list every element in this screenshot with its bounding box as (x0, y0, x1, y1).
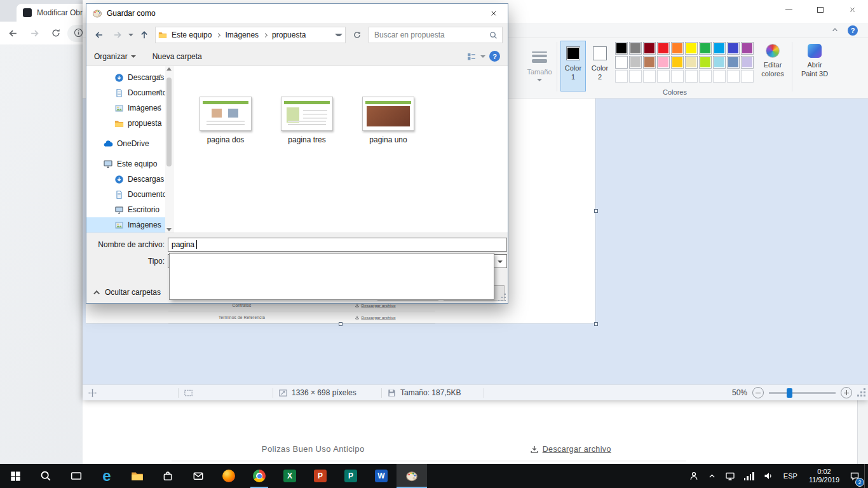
palette-swatch[interactable] (727, 56, 740, 69)
taskbar-search-button[interactable] (31, 464, 61, 488)
file-item[interactable]: pagina dos (196, 97, 255, 144)
palette-swatch[interactable] (615, 70, 628, 83)
start-button[interactable] (0, 464, 31, 488)
sidebar-item-imagenes-2[interactable]: Imágenes (86, 217, 173, 233)
clock[interactable]: 0:02 11/9/2019 (803, 464, 845, 488)
palette-swatch[interactable] (685, 42, 698, 55)
scrollbar-thumb[interactable] (166, 78, 172, 166)
palette-swatch[interactable] (643, 70, 656, 83)
palette-swatch[interactable] (699, 56, 712, 69)
palette-swatch[interactable] (699, 42, 712, 55)
palette-swatch[interactable] (685, 56, 698, 69)
close-button[interactable] (836, 0, 868, 19)
zoom-out-button[interactable] (752, 387, 764, 398)
sidebar-item-escritorio[interactable]: Escritorio (86, 202, 173, 217)
dialog-resize-grip[interactable] (499, 294, 506, 302)
zoom-slider-thumb[interactable] (787, 388, 792, 398)
sidebar-item-propuesta[interactable]: propuesta (86, 116, 173, 131)
filename-input[interactable]: pagina (168, 238, 507, 252)
zoom-in-button[interactable] (841, 387, 852, 398)
organize-button[interactable]: Organizar (94, 52, 136, 61)
help-icon[interactable]: ? (489, 51, 500, 62)
open-paint3d-button[interactable]: AbrirPaint 3D (797, 41, 832, 91)
paint-help-icon[interactable]: ? (848, 25, 858, 36)
language-indicator[interactable]: ESP (778, 464, 803, 488)
palette-swatch[interactable] (643, 56, 656, 69)
maximize-button[interactable] (804, 0, 836, 19)
sidebar-item-descargas[interactable]: Descargas (86, 70, 173, 85)
edit-colors-button[interactable]: Editarcolores (757, 41, 788, 91)
new-folder-button[interactable]: Nueva carpeta (153, 52, 202, 61)
file-item[interactable]: pagina uno (359, 97, 417, 144)
action-center-button[interactable]: 2 (845, 464, 864, 488)
canvas-resize-handle[interactable] (594, 322, 598, 326)
taskbar-powerpoint[interactable]: P (305, 464, 336, 488)
network-button[interactable] (721, 464, 740, 488)
taskbar-paint[interactable] (397, 464, 427, 488)
canvas-resize-handle[interactable] (594, 209, 598, 213)
palette-swatch[interactable] (741, 42, 754, 55)
sidebar-item-imagenes[interactable]: Imágenes (86, 100, 173, 116)
file-type-dropdown-list[interactable] (169, 253, 494, 300)
window-resize-grip[interactable] (857, 388, 866, 397)
breadcrumb-item[interactable]: Imágenes (220, 30, 263, 39)
page-info-icon[interactable] (74, 28, 83, 39)
hide-folders-button[interactable]: Ocultar carpetas (95, 288, 161, 297)
palette-swatch[interactable] (657, 70, 670, 83)
recent-locations-icon[interactable] (128, 34, 133, 36)
taskbar-file-explorer[interactable] (122, 464, 153, 488)
views-icon[interactable] (466, 51, 477, 62)
scroll-up-icon[interactable] (166, 67, 172, 71)
breadcrumb-item[interactable]: Este equipo (167, 30, 216, 39)
sidebar-item-onedrive[interactable]: OneDrive (86, 136, 173, 151)
forward-icon[interactable] (110, 27, 125, 43)
taskbar-word[interactable]: W (366, 464, 397, 488)
sidebar-item-documentos[interactable]: Documentos (86, 85, 173, 100)
search-input[interactable]: Buscar en propuesta (369, 27, 503, 43)
up-icon[interactable] (137, 27, 152, 43)
palette-swatch[interactable] (615, 42, 628, 55)
palette-swatch[interactable] (629, 70, 642, 83)
zoom-slider[interactable] (769, 392, 836, 394)
address-dropdown-icon[interactable] (335, 34, 342, 36)
scroll-down-icon[interactable] (166, 228, 172, 231)
back-icon[interactable] (6, 27, 19, 39)
reload-icon[interactable] (50, 27, 62, 39)
back-icon[interactable] (92, 27, 107, 43)
palette-swatch[interactable] (615, 56, 628, 69)
sidebar-item-este-equipo[interactable]: Este equipo (86, 156, 173, 172)
show-desktop-button[interactable] (864, 464, 868, 488)
palette-swatch[interactable] (741, 70, 754, 83)
sidebar-item-descargas-2[interactable]: Descargas (86, 172, 173, 187)
palette-swatch[interactable] (657, 42, 670, 55)
sidebar-scrollbar[interactable] (165, 66, 173, 233)
forward-icon[interactable] (28, 27, 41, 39)
palette-swatch[interactable] (727, 70, 740, 83)
refresh-button[interactable] (349, 27, 365, 43)
palette-swatch[interactable] (671, 56, 684, 69)
collapse-ribbon-icon[interactable] (831, 26, 839, 36)
hidden-icons-button[interactable] (703, 464, 721, 488)
palette-swatch[interactable] (671, 42, 684, 55)
palette-swatch[interactable] (699, 70, 712, 83)
breadcrumb[interactable]: Este equipo Imágenes propuesta (155, 27, 346, 43)
file-item[interactable]: pagina tres (278, 97, 336, 144)
palette-swatch[interactable] (741, 56, 754, 69)
canvas-resize-handle[interactable] (339, 322, 342, 326)
palette-swatch[interactable] (657, 56, 670, 69)
palette-swatch[interactable] (713, 42, 726, 55)
palette-swatch[interactable] (713, 70, 726, 83)
palette-swatch[interactable] (643, 42, 656, 55)
color2-button[interactable]: Color2 (587, 41, 613, 92)
sidebar-item-documentos-2[interactable]: Documentos (86, 187, 173, 202)
taskbar-excel[interactable]: X (275, 464, 305, 488)
taskbar-chrome[interactable] (244, 464, 275, 488)
palette-swatch[interactable] (727, 42, 740, 55)
volume-button[interactable] (759, 464, 778, 488)
taskbar-edge[interactable]: e (92, 464, 122, 488)
palette-swatch[interactable] (629, 42, 642, 55)
taskbar-store[interactable] (153, 464, 183, 488)
chevron-down-icon[interactable] (480, 55, 485, 58)
task-view-button[interactable] (61, 464, 92, 488)
palette-swatch[interactable] (671, 70, 684, 83)
